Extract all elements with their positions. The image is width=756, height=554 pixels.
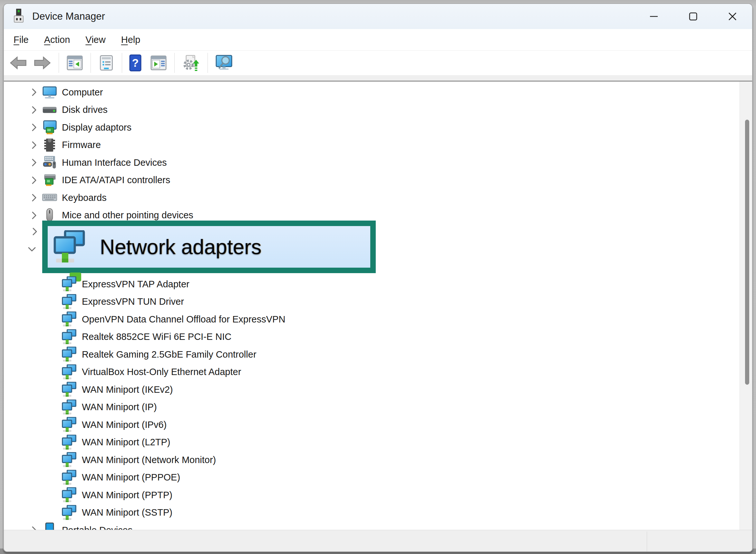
tree-item-disk-drives[interactable]: Disk drives bbox=[4, 101, 739, 119]
toolbar-separator bbox=[174, 53, 175, 73]
tree-item-display-adaptors[interactable]: Display adaptors bbox=[4, 119, 739, 136]
disk-drive-icon bbox=[42, 102, 57, 118]
tree-item-keyboards[interactable]: Keyboards bbox=[4, 189, 739, 207]
forward-button[interactable] bbox=[30, 53, 54, 73]
tree-item-adapter[interactable]: WAN Miniport (PPTP) bbox=[4, 486, 739, 504]
network-adapter-icon bbox=[61, 347, 77, 362]
minimize-icon bbox=[649, 12, 658, 21]
show-console-tree-button[interactable] bbox=[63, 53, 86, 73]
chevron-right-icon[interactable] bbox=[27, 88, 41, 97]
display-adapter-icon bbox=[42, 120, 57, 135]
vertical-scrollbar[interactable] bbox=[740, 81, 752, 530]
hid-icon bbox=[42, 155, 57, 170]
network-adapter-icon bbox=[61, 417, 77, 432]
update-driver-icon bbox=[182, 54, 200, 71]
status-bar bbox=[4, 530, 752, 551]
network-adapter-icon bbox=[61, 276, 77, 292]
tree-item-adapter[interactable]: WAN Miniport (IKEv2) bbox=[4, 381, 739, 399]
toolbar-gap bbox=[4, 75, 752, 80]
menu-file[interactable]: File bbox=[13, 35, 29, 45]
menu-action-accel: A bbox=[44, 35, 50, 45]
device-manager-window: Device Manager File Action View Help bbox=[3, 3, 753, 552]
back-button[interactable] bbox=[6, 53, 30, 73]
show-action-pane-button[interactable] bbox=[147, 53, 170, 73]
chevron-right-icon[interactable] bbox=[27, 211, 41, 220]
scan-hardware-changes-button[interactable] bbox=[212, 53, 236, 73]
toolbar bbox=[4, 51, 752, 75]
network-adapter-icon bbox=[61, 487, 77, 503]
tree-item-adapter[interactable]: WAN Miniport (L2TP) bbox=[4, 434, 739, 451]
network-adapter-icon bbox=[61, 435, 77, 450]
scrollbar-thumb[interactable] bbox=[745, 120, 749, 385]
properties-button[interactable] bbox=[96, 53, 117, 73]
maximize-button[interactable] bbox=[674, 4, 713, 29]
tree-item-label: Human Interface Devices bbox=[62, 157, 167, 168]
tree-item-adapter[interactable]: WAN Miniport (PPPOE) bbox=[4, 469, 739, 487]
chevron-right-icon[interactable] bbox=[27, 122, 41, 132]
tree-item-adapter[interactable]: WAN Miniport (IP) bbox=[4, 399, 739, 416]
menu-help[interactable]: Help bbox=[121, 35, 140, 45]
chevron-right-icon[interactable] bbox=[27, 193, 41, 203]
tree-item-adapter[interactable]: WAN Miniport (SSTP) bbox=[4, 504, 739, 522]
ide-controller-icon bbox=[42, 172, 57, 188]
maximize-icon bbox=[689, 12, 698, 21]
tree-item-network-adapters-highlighted[interactable]: Network adapters bbox=[42, 221, 376, 273]
chevron-right-icon[interactable] bbox=[27, 158, 41, 167]
menu-view[interactable]: View bbox=[85, 35, 105, 45]
menu-view-accel: V bbox=[85, 35, 91, 45]
help-icon bbox=[129, 54, 141, 71]
toolbar-separator bbox=[207, 53, 208, 73]
menu-action[interactable]: Action bbox=[44, 35, 70, 45]
forward-icon bbox=[33, 56, 52, 70]
tree-item-label: IDE ATA/ATAPI controllers bbox=[62, 175, 170, 185]
menu-bar: File Action View Help bbox=[4, 29, 752, 51]
tree-item-adapter[interactable]: VirtualBox Host-Only Ethernet Adapter bbox=[4, 364, 739, 381]
status-bar-separator bbox=[647, 532, 647, 551]
tree-item-ide-controllers[interactable]: IDE ATA/ATAPI controllers bbox=[4, 172, 739, 189]
window-controls bbox=[634, 4, 752, 29]
tree-item-human-interface-devices[interactable]: Human Interface Devices bbox=[4, 154, 739, 172]
tree-item-label: Mice and other pointing devices bbox=[62, 210, 193, 221]
tree-item-label: Firmware bbox=[62, 140, 101, 150]
chevron-down-icon[interactable] bbox=[27, 245, 37, 255]
close-button[interactable] bbox=[713, 4, 752, 29]
tree-item-adapter[interactable]: ExpressVPN TAP Adapter bbox=[4, 275, 739, 293]
tree-item-adapter[interactable]: ExpressVPN TUN Driver bbox=[4, 293, 739, 311]
minimize-button[interactable] bbox=[634, 4, 674, 29]
help-button[interactable] bbox=[127, 53, 144, 73]
close-icon bbox=[728, 12, 737, 21]
menu-view-rest: iew bbox=[91, 35, 106, 45]
tree-item-adapter[interactable]: WAN Miniport (Network Monitor) bbox=[4, 451, 739, 469]
chevron-right-icon[interactable] bbox=[27, 175, 41, 185]
adapter-label: WAN Miniport (L2TP) bbox=[82, 437, 170, 448]
tree-item-adapter[interactable]: WAN Miniport (IPv6) bbox=[4, 416, 739, 434]
show-console-tree-icon bbox=[66, 54, 83, 71]
tree-item-label: Portable Devices bbox=[62, 525, 132, 530]
adapter-label: VirtualBox Host-Only Ethernet Adapter bbox=[82, 367, 241, 377]
network-adapter-icon bbox=[61, 294, 77, 310]
network-adapter-children: ExpressVPN TAP Adapter ExpressVPN TUN Dr… bbox=[4, 275, 739, 530]
back-icon bbox=[9, 56, 28, 70]
tree-item-adapter[interactable]: OpenVPN Data Channel Offload for Express… bbox=[4, 311, 739, 328]
menu-file-accel: F bbox=[13, 35, 19, 45]
chevron-right-icon[interactable] bbox=[31, 227, 39, 238]
toolbar-separator bbox=[59, 53, 59, 73]
tree-item-portable-devices[interactable]: Portable Devices bbox=[4, 521, 739, 530]
menu-file-rest: ile bbox=[19, 35, 29, 45]
adapter-label: WAN Miniport (IPv6) bbox=[82, 420, 167, 430]
top-level-items: Computer Disk drives Display adaptors Fi… bbox=[4, 84, 739, 224]
tree-item-adapter[interactable]: Realtek 8852CE WiFi 6E PCI-E NIC bbox=[4, 328, 739, 346]
computer-icon bbox=[42, 85, 57, 100]
adapter-label: WAN Miniport (IP) bbox=[82, 402, 157, 412]
adapter-label: WAN Miniport (SSTP) bbox=[82, 507, 172, 518]
chevron-right-icon[interactable] bbox=[27, 525, 41, 530]
update-driver-button[interactable] bbox=[179, 53, 203, 73]
chevron-right-icon[interactable] bbox=[27, 140, 41, 150]
keyboard-icon bbox=[42, 190, 57, 206]
toolbar-separator bbox=[90, 53, 91, 73]
tree-item-firmware[interactable]: Firmware bbox=[4, 136, 739, 154]
tree-item-adapter[interactable]: Realtek Gaming 2.5GbE Family Controller bbox=[4, 346, 739, 364]
tree-item-computer[interactable]: Computer bbox=[4, 84, 739, 101]
firmware-icon bbox=[42, 137, 57, 153]
chevron-right-icon[interactable] bbox=[27, 105, 41, 115]
